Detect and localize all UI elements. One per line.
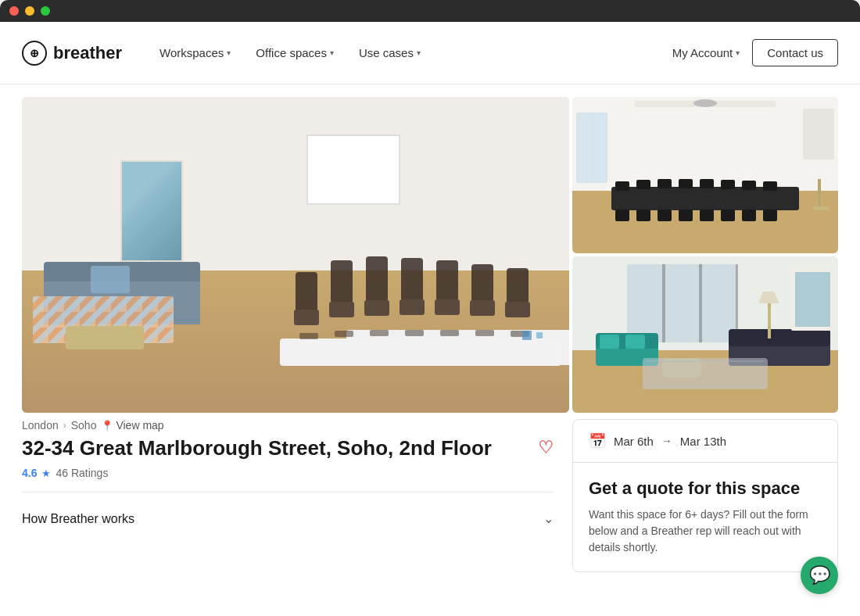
nav-use-cases[interactable]: Use cases ▾ [346,22,433,84]
rating-row: 4.6 ★ 46 Ratings [22,467,554,479]
svg-rect-74 [647,385,764,387]
svg-rect-13 [505,302,530,317]
svg-rect-19 [440,330,459,336]
navbar: ⊕ breather Workspaces ▾ Office spaces ▾ … [0,22,860,84]
chat-bubble-button[interactable]: 💬 [801,557,838,594]
room-scene-lounge [572,256,838,413]
favorite-button[interactable]: ♡ [538,438,554,458]
listing-title-text: 32-34 Great Marlborough Street, Soho, 2n… [22,436,492,460]
svg-rect-14 [280,338,561,366]
gallery-top-right-photo[interactable] [572,97,838,253]
minimize-button[interactable] [25,6,34,16]
window-chrome [0,0,860,22]
svg-rect-9 [364,300,389,316]
svg-rect-4 [436,260,458,301]
gallery-main-photo[interactable] [22,97,569,413]
svg-rect-16 [335,331,353,337]
svg-rect-8 [329,302,354,317]
divider [22,492,554,492]
svg-rect-37 [636,210,650,221]
maximize-button[interactable] [41,6,50,16]
svg-rect-54 [629,266,664,341]
svg-rect-40 [700,210,714,221]
painting-art [122,162,181,260]
svg-point-50 [693,99,717,107]
svg-rect-62 [600,335,619,349]
svg-rect-56 [702,266,735,341]
svg-rect-1 [331,260,353,303]
svg-rect-12 [470,300,495,316]
chevron-down-icon: ▾ [330,48,334,57]
view-map-link[interactable]: 📍 View map [101,419,163,432]
quote-title: Get a quote for this space [589,478,822,499]
svg-rect-36 [615,210,629,221]
svg-rect-20 [475,330,494,336]
room-scene-main [22,97,569,413]
svg-rect-63 [625,335,645,349]
svg-rect-6 [507,268,529,303]
svg-rect-18 [405,330,424,336]
svg-rect-34 [742,181,756,190]
date-arrow-icon: → [661,435,672,447]
svg-rect-15 [299,333,318,339]
how-breather-works-accordion[interactable]: How Breather works ⌄ [22,505,554,532]
my-account-menu[interactable]: My Account ▾ [672,46,740,59]
svg-rect-46 [593,114,606,181]
painting [120,160,183,262]
accordion-title: How Breather works [22,512,134,526]
svg-rect-32 [700,179,714,188]
sofa-cushion [91,266,130,293]
svg-rect-22 [522,331,532,340]
listing-info: London › Soho 📍 View map 32-34 Great Mar… [22,406,572,572]
quote-description: Want this space for 6+ days? Fill out th… [589,507,822,556]
svg-rect-31 [679,179,693,188]
close-button[interactable] [9,6,19,16]
svg-rect-23 [536,332,543,338]
svg-rect-35 [763,181,777,191]
chevron-down-icon: ▾ [417,48,421,57]
chairs-svg [272,194,569,413]
coffee-table [66,326,144,349]
svg-rect-10 [400,299,425,315]
date-end: Mar 13th [680,435,726,448]
svg-rect-11 [435,299,460,315]
svg-rect-49 [818,179,821,206]
logo-link[interactable]: ⊕ breather [22,41,122,66]
svg-rect-30 [658,179,672,188]
calendar-icon: 📅 [589,432,606,449]
nav-office-spaces[interactable]: Office spaces ▾ [243,22,346,84]
contact-us-button[interactable]: Contact us [752,39,838,66]
svg-rect-73 [647,360,764,362]
app-container: ⊕ breather Workspaces ▾ Office spaces ▾ … [0,22,860,616]
lounge-svg [572,256,838,413]
svg-rect-47 [803,109,834,159]
star-icon: ★ [41,467,51,479]
accordion-chevron-icon: ⌄ [543,511,554,526]
content-area: London › Soho 📍 View map 32-34 Great Mar… [0,406,860,572]
svg-rect-57 [662,264,665,342]
photo-gallery [0,84,860,406]
svg-rect-66 [729,329,830,346]
svg-rect-7 [294,310,319,325]
svg-rect-17 [370,330,389,336]
logo-text: breather [53,43,122,63]
date-start: Mar 6th [614,435,654,448]
map-pin-icon: 📍 [101,420,113,432]
nav-workspaces[interactable]: Workspaces ▾ [147,22,243,84]
svg-rect-29 [636,180,650,189]
breadcrumb-area: Soho [71,419,97,432]
svg-rect-43 [763,210,777,221]
svg-rect-5 [471,264,493,302]
date-selector-row[interactable]: 📅 Mar 6th → Mar 13th [573,420,837,463]
svg-rect-2 [366,256,388,302]
breadcrumb-city: London [22,419,59,432]
conference-svg [572,97,838,253]
nav-links: Workspaces ▾ Office spaces ▾ Use cases ▾ [147,22,672,84]
svg-rect-38 [658,210,672,221]
room-scene-conference [572,97,838,253]
gallery-bottom-right-photo[interactable] [572,256,838,413]
rating-count: 46 Ratings [56,467,108,479]
chevron-down-icon: ▾ [736,48,740,57]
svg-rect-72 [643,358,768,389]
svg-rect-55 [665,266,701,341]
